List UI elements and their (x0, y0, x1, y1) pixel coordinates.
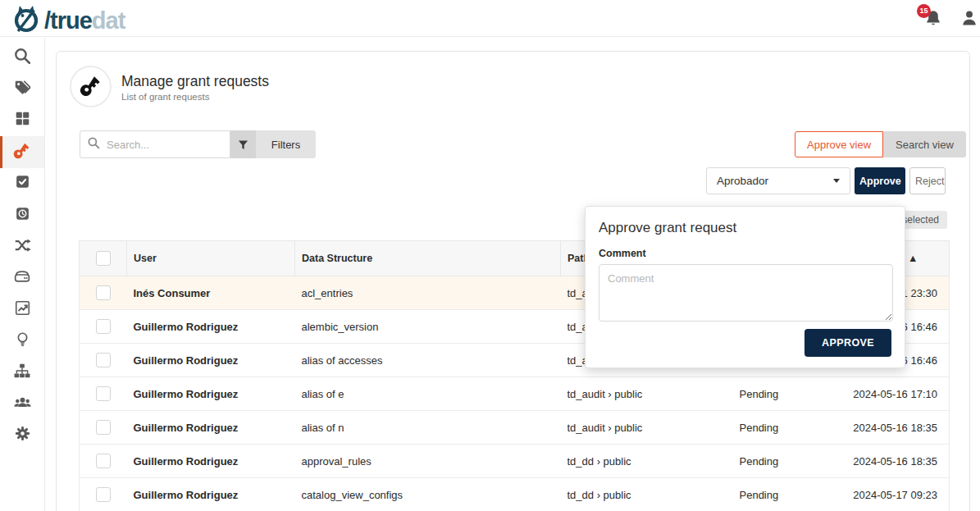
page-subtitle: List of grant requests (121, 92, 209, 102)
date-cell: 2024-05-16 18:35 (846, 445, 950, 478)
search-icon (13, 47, 31, 68)
table-row[interactable]: Guillermo Rodriguez catalog_view_configs… (80, 478, 950, 511)
sidebar-item-rules[interactable] (0, 168, 44, 199)
sitemap-icon (13, 362, 31, 383)
status-cell: Pending (732, 377, 846, 411)
notifications-button[interactable]: 15 (917, 2, 945, 34)
approve-grant-request-popup: Approve grant request Comment APPROVE (585, 206, 905, 368)
sidebar-item-systems[interactable] (0, 262, 44, 294)
users-icon (13, 393, 32, 415)
clock-square-icon (14, 205, 31, 226)
sidebar-item-executions[interactable] (0, 199, 44, 230)
path-cell: td_dd › public (561, 445, 732, 478)
date-cell: 2024-05-17 09:23 (846, 478, 950, 511)
path-cell: td_audit › public (561, 411, 732, 445)
user-cell: Guillermo Rodriguez (127, 377, 295, 411)
search-input-wrap (80, 130, 230, 158)
user-cell: Guillermo Rodriguez (127, 445, 295, 478)
lightbulb-icon (14, 331, 31, 351)
row-checkbox[interactable] (96, 353, 111, 367)
key-icon (13, 141, 31, 162)
funnel-icon (230, 130, 256, 158)
sidebar-item-domains[interactable] (0, 357, 44, 388)
row-checkbox[interactable] (96, 420, 111, 435)
structure-cell: alias of e (295, 377, 561, 411)
sidebar-nav (0, 38, 45, 511)
manage-grant-requests-card: Manage grant requests List of grant requ… (56, 51, 970, 511)
page-key-icon-circle (70, 66, 112, 107)
key-icon (80, 74, 103, 100)
notification-count-badge: 15 (917, 4, 931, 18)
filters-button[interactable]: Filters (230, 130, 316, 158)
grid-icon (14, 110, 31, 130)
search-icon (87, 136, 100, 153)
row-checkbox[interactable] (96, 487, 111, 502)
logo-text: /truedat (44, 7, 125, 34)
status-cell: Pending (732, 478, 846, 511)
sidebar-item-grants[interactable] (0, 136, 44, 167)
select-all-header[interactable] (80, 241, 127, 276)
check-square-icon (14, 173, 31, 194)
user-icon (959, 16, 979, 30)
date-cell: 2024-05-16 17:10 (846, 377, 950, 411)
gear-icon (14, 425, 31, 445)
col-header-data-structure[interactable]: Data Structure (295, 241, 561, 276)
table-row[interactable]: Guillermo Rodriguez alias of n td_audit … (80, 411, 950, 445)
status-cell: Pending (732, 445, 846, 478)
hdd-icon (13, 267, 31, 289)
shuffle-icon (13, 236, 31, 258)
user-cell: Guillermo Rodriguez (127, 478, 295, 511)
owl-logo-icon (11, 3, 41, 38)
col-header-user[interactable]: User (127, 241, 295, 276)
tag-icon (13, 79, 31, 100)
table-row[interactable]: Guillermo Rodriguez alias of e td_audit … (80, 377, 950, 411)
comment-label: Comment (599, 248, 891, 259)
page-title: Manage grant requests (121, 73, 269, 90)
comment-textarea[interactable] (599, 264, 893, 322)
search-view-button[interactable]: Search view (883, 131, 966, 157)
row-checkbox[interactable] (96, 319, 111, 334)
row-checkbox[interactable] (96, 454, 111, 468)
filters-label: Filters (256, 130, 316, 158)
sidebar-item-settings[interactable] (0, 420, 44, 451)
row-checkbox[interactable] (96, 386, 111, 401)
approve-button[interactable]: Approve (855, 167, 905, 194)
table-row[interactable]: Guillermo Rodriguez approval_rules td_dd… (80, 445, 950, 478)
reject-button[interactable]: Reject (909, 167, 946, 194)
topbar: /truedat 15 (0, 0, 980, 37)
sidebar-item-insights[interactable] (0, 326, 44, 357)
user-menu-button[interactable] (959, 8, 979, 28)
sidebar-item-dashboards[interactable] (0, 294, 44, 325)
popup-approve-button[interactable]: APPROVE (805, 329, 891, 357)
path-cell: td_audit › public (561, 377, 732, 411)
chart-line-icon (14, 299, 31, 320)
sidebar-item-users[interactable] (0, 388, 44, 419)
view-toggle: Approve view Search view (795, 131, 966, 157)
popup-title: Approve grant request (599, 220, 891, 236)
sidebar-item-search[interactable] (0, 42, 44, 73)
approver-role-value: Aprobador (717, 175, 768, 187)
path-cell: td_dd › public (561, 478, 732, 511)
structure-cell: alias of n (295, 411, 561, 445)
structure-cell: approval_rules (295, 445, 561, 478)
search-input[interactable] (105, 138, 220, 152)
truedat-logo[interactable]: /truedat (11, 3, 125, 38)
sidebar-item-structures[interactable] (0, 105, 44, 136)
date-cell: 2024-05-16 18:35 (846, 411, 950, 445)
sidebar-item-tags[interactable] (0, 73, 44, 104)
row-checkbox[interactable] (96, 285, 111, 300)
select-all-checkbox[interactable] (96, 251, 111, 266)
structure-cell: alembic_version (295, 310, 561, 344)
user-cell: Guillermo Rodriguez (127, 344, 295, 377)
sidebar-item-lineage[interactable] (0, 230, 44, 262)
approve-view-button[interactable]: Approve view (795, 131, 883, 157)
user-cell: Inés Consumer (127, 276, 295, 310)
structure-cell: alias of accesses (295, 344, 561, 377)
structure-cell: acl_entries (295, 276, 561, 310)
chevron-down-icon (833, 179, 840, 183)
user-cell: Guillermo Rodriguez (127, 310, 295, 344)
approver-role-select[interactable]: Aprobador (706, 167, 850, 194)
status-cell: Pending (732, 411, 846, 445)
structure-cell: catalog_view_configs (295, 478, 561, 511)
sort-ascending-icon: ▲ (908, 253, 918, 264)
